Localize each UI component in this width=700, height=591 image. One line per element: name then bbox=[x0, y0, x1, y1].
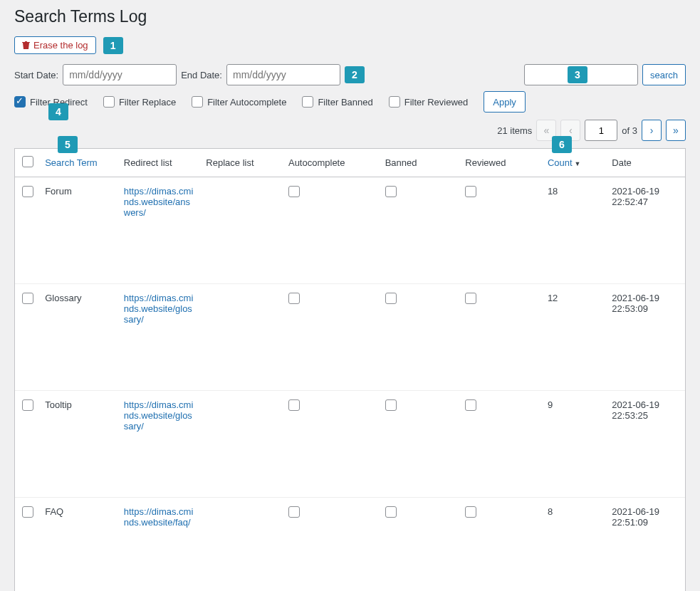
page-of-label: of 3 bbox=[622, 125, 637, 136]
banned-checkbox[interactable] bbox=[385, 506, 397, 518]
filter-banned-checkbox[interactable] bbox=[302, 96, 313, 108]
badge-3: 3 bbox=[568, 66, 587, 83]
autocomplete-checkbox[interactable] bbox=[288, 186, 300, 197]
page-next-button[interactable]: › bbox=[642, 120, 662, 141]
filter-autocomplete-label: Filter Autocomplete bbox=[207, 97, 286, 108]
autocomplete-checkbox[interactable] bbox=[288, 293, 300, 304]
filter-reviewed-checkbox[interactable] bbox=[389, 96, 400, 108]
reviewed-checkbox[interactable] bbox=[465, 399, 476, 411]
cell-redirect: https://dimas.cminds.website/glossary/ bbox=[118, 284, 201, 391]
autocomplete-checkbox[interactable] bbox=[288, 506, 300, 518]
end-date-label: End Date: bbox=[181, 70, 222, 80]
badge-2: 2 bbox=[345, 66, 365, 83]
filter-banned-label: Filter Banned bbox=[318, 97, 372, 108]
page-title: Search Terms Log bbox=[14, 7, 686, 26]
table-row: FAQ https://dimas.cminds.website/faq/ 8 … bbox=[15, 498, 685, 592]
cell-term: Glossary bbox=[39, 284, 118, 391]
filter-replace-label: Filter Replace bbox=[119, 97, 176, 108]
cell-replace bbox=[200, 177, 283, 284]
header-search-term[interactable]: Search Term bbox=[39, 149, 118, 177]
header-redirect: Redirect list bbox=[118, 149, 201, 177]
badge-1: 1 bbox=[103, 37, 123, 54]
table-row: Forum https://dimas.cminds.website/answe… bbox=[15, 177, 685, 284]
cell-banned bbox=[380, 498, 460, 592]
start-date-input[interactable] bbox=[63, 64, 177, 85]
select-all-checkbox[interactable] bbox=[22, 156, 33, 167]
cell-count: 8 bbox=[542, 498, 606, 592]
redirect-link[interactable]: https://dimas.cminds.website/answers/ bbox=[124, 186, 194, 218]
header-date: Date bbox=[606, 149, 685, 177]
cell-banned bbox=[380, 177, 460, 284]
search-button[interactable]: search bbox=[642, 64, 686, 85]
redirect-link[interactable]: https://dimas.cminds.website/faq/ bbox=[124, 506, 194, 528]
filter-replace-checkbox[interactable] bbox=[103, 96, 115, 108]
cell-banned bbox=[380, 391, 460, 498]
redirect-link[interactable]: https://dimas.cminds.website/glossary/ bbox=[124, 399, 194, 432]
cell-reviewed bbox=[459, 284, 542, 391]
table-row: Tooltip https://dimas.cminds.website/glo… bbox=[15, 391, 685, 498]
cell-reviewed bbox=[459, 391, 542, 498]
reviewed-checkbox[interactable] bbox=[465, 506, 476, 518]
header-replace: Replace list bbox=[200, 149, 283, 177]
cell-reviewed bbox=[459, 177, 542, 284]
row-checkbox[interactable] bbox=[22, 186, 33, 197]
cell-count: 18 bbox=[542, 177, 606, 284]
cell-count: 12 bbox=[542, 284, 606, 391]
header-autocomplete: Autocomplete bbox=[283, 149, 380, 177]
cell-redirect: https://dimas.cminds.website/faq/ bbox=[118, 498, 201, 592]
redirect-link[interactable]: https://dimas.cminds.website/glossary/ bbox=[124, 293, 194, 325]
end-date-input[interactable] bbox=[226, 64, 340, 85]
badge-5: 5 bbox=[58, 136, 78, 153]
cell-date: 2021-06-19 22:51:09 bbox=[606, 498, 685, 592]
table-row: Glossary https://dimas.cminds.website/gl… bbox=[15, 284, 685, 391]
start-date-label: Start Date: bbox=[14, 70, 58, 80]
reviewed-checkbox[interactable] bbox=[465, 186, 476, 197]
cell-count: 9 bbox=[542, 391, 606, 498]
autocomplete-checkbox[interactable] bbox=[288, 399, 300, 411]
header-reviewed: Reviewed bbox=[459, 149, 542, 177]
erase-log-label: Erase the log bbox=[33, 40, 88, 51]
badge-4: 4 bbox=[48, 103, 68, 120]
cell-autocomplete bbox=[283, 391, 380, 498]
row-checkbox[interactable] bbox=[22, 399, 33, 411]
banned-checkbox[interactable] bbox=[385, 293, 397, 304]
cell-term: FAQ bbox=[39, 498, 118, 592]
filter-reviewed-label: Filter Reviewed bbox=[404, 97, 469, 108]
row-checkbox[interactable] bbox=[22, 506, 33, 518]
cell-autocomplete bbox=[283, 284, 380, 391]
reviewed-checkbox[interactable] bbox=[465, 293, 476, 304]
cell-replace bbox=[200, 498, 283, 592]
banned-checkbox[interactable] bbox=[385, 186, 397, 197]
banned-checkbox[interactable] bbox=[385, 399, 397, 411]
cell-date: 2021-06-19 22:53:09 bbox=[606, 284, 685, 391]
cell-reviewed bbox=[459, 498, 542, 592]
row-checkbox[interactable] bbox=[22, 293, 33, 304]
filter-redirect-checkbox[interactable] bbox=[14, 96, 26, 108]
cell-term: Tooltip bbox=[39, 391, 118, 498]
items-count: 21 items bbox=[497, 125, 532, 136]
cell-autocomplete bbox=[283, 498, 380, 592]
badge-6: 6 bbox=[552, 136, 572, 153]
page-last-button[interactable]: » bbox=[666, 120, 686, 141]
cell-redirect: https://dimas.cminds.website/answers/ bbox=[118, 177, 201, 284]
trash-icon bbox=[22, 41, 30, 50]
cell-date: 2021-06-19 22:53:25 bbox=[606, 391, 685, 498]
cell-banned bbox=[380, 284, 460, 391]
header-banned: Banned bbox=[380, 149, 460, 177]
apply-button[interactable]: Apply bbox=[484, 91, 526, 113]
cell-term: Forum bbox=[39, 177, 118, 284]
header-count[interactable]: Count bbox=[542, 149, 606, 177]
cell-replace bbox=[200, 284, 283, 391]
search-terms-table: Search Term Redirect list Replace list A… bbox=[15, 149, 685, 591]
page-input[interactable] bbox=[585, 120, 617, 141]
filter-autocomplete-checkbox[interactable] bbox=[192, 96, 203, 108]
cell-autocomplete bbox=[283, 177, 380, 284]
cell-redirect: https://dimas.cminds.website/glossary/ bbox=[118, 391, 201, 498]
cell-date: 2021-06-19 22:52:47 bbox=[606, 177, 685, 284]
erase-log-button[interactable]: Erase the log bbox=[14, 36, 96, 54]
cell-replace bbox=[200, 391, 283, 498]
